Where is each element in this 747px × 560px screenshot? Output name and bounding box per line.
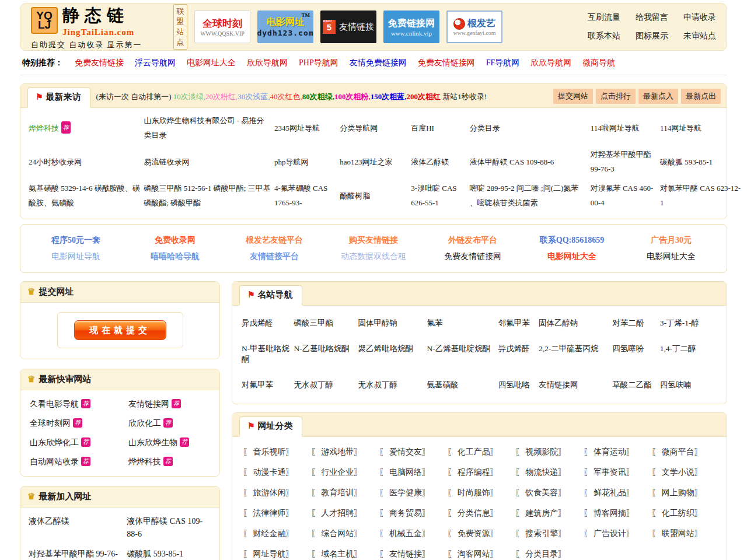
tab-latest-visitors[interactable]: ⚑最新来访 [27, 88, 90, 108]
category-link[interactable]: 〖 综合网站〗 [311, 528, 376, 539]
recommend-link[interactable]: 免费友情链接网 [418, 58, 475, 68]
visitor-link[interactable]: 液体甲醇镁 CAS 109-88-6 [470, 158, 554, 166]
category-link[interactable]: 〖 搜索引擎〗 [515, 528, 580, 539]
category-link[interactable]: 〖 饮食美容〗 [515, 488, 580, 498]
ad-link[interactable]: 友情链接平台 [225, 251, 324, 262]
site-link[interactable]: 自动网站收录 [30, 457, 79, 466]
category-link[interactable]: 〖 域名主机〗 [311, 549, 376, 559]
visitor-link[interactable]: 对溴氟苯 CAS 460-00-4 [591, 184, 654, 207]
site-link[interactable]: N-乙烯基吡啶烷酮 [427, 344, 496, 365]
category-link[interactable]: 〖 军事资讯〗 [584, 467, 648, 478]
site-link[interactable]: 碳酸胍 593-85-1 [127, 548, 211, 560]
visitor-link[interactable]: 对氯苯甲醚 CAS 623-12-1 [660, 184, 741, 207]
category-link[interactable]: 〖 程序编程〗 [447, 467, 512, 478]
category-link[interactable]: 〖 旅游休闲〗 [243, 488, 308, 498]
category-link[interactable]: 〖 商务贸易〗 [379, 508, 444, 519]
ad-link[interactable]: 程序50元一套 [26, 235, 125, 246]
ad-link[interactable]: 免费收录网 [125, 235, 225, 246]
site-link[interactable]: 固体乙醇钠 [539, 318, 610, 328]
ad-link[interactable]: 广告月30元 [622, 235, 721, 246]
header-nav-link[interactable]: 申请收录 [683, 12, 716, 23]
recommend-link[interactable]: PHP导航网 [299, 58, 338, 68]
visitor-link[interactable]: 对羟基苯甲酸甲酯 99-76-3 [591, 150, 651, 173]
site-link[interactable]: 对氟甲苯 [242, 380, 292, 390]
visitor-link[interactable]: 酚醛树脂 [340, 191, 370, 200]
site-link[interactable]: 友情链接网 [539, 380, 610, 390]
visitor-link[interactable]: php导航网 [274, 158, 309, 166]
tab-famous-sites[interactable]: ⚑名站导航 [239, 285, 302, 306]
site-link[interactable]: 山东欣烨化工 [30, 438, 79, 447]
visitor-link[interactable]: 114啦网址导航 [591, 124, 640, 132]
visitor-link[interactable]: 易流链收录网 [144, 158, 189, 166]
category-link[interactable]: 〖 教育培训〗 [311, 488, 376, 498]
recommend-link[interactable]: 欣欣导航网 [247, 58, 288, 68]
site-link[interactable]: 友情链接网 [128, 400, 169, 408]
ad-link[interactable]: 电影网址导航 [26, 251, 125, 262]
site-title[interactable]: 静态链 [62, 4, 134, 27]
site-link[interactable]: 欣欣化工 [128, 419, 161, 428]
category-link[interactable]: 〖 化工纺织〗 [651, 508, 716, 519]
banner-qqsk[interactable]: 全球时刻 WWW.QQSK.VIP [194, 10, 250, 43]
category-link[interactable]: 〖 人才招聘〗 [311, 508, 376, 519]
site-link[interactable]: 1,4-丁二醇 [660, 344, 734, 365]
category-link[interactable]: 〖 联盟网站〗 [651, 528, 716, 539]
visitor-link[interactable]: 4-氟苯硼酸 CAS 1765-93- [274, 184, 327, 207]
site-link[interactable]: 磷酸三甲酯 [294, 318, 356, 328]
category-link[interactable]: 〖 视频影院〗 [515, 447, 580, 457]
category-link[interactable]: 〖 时尚服饰〗 [447, 488, 512, 498]
category-link[interactable]: 〖 分类目录〗 [515, 549, 580, 559]
header-nav-link[interactable]: 未审站点 [683, 31, 716, 41]
header-nav-link[interactable]: 给我留言 [636, 12, 668, 23]
site-link[interactable]: 对羟基苯甲酸甲酯 99-76-3 [29, 548, 120, 560]
banner-youqing-link[interactable]: html5 友情链接 [320, 10, 376, 43]
category-link[interactable]: 〖 网址导航〗 [243, 549, 308, 559]
site-link[interactable]: 全球时刻网 [30, 419, 71, 428]
visitors-toolbar-button[interactable]: 最新点出 [681, 89, 721, 104]
category-link[interactable]: 〖 机械五金〗 [379, 528, 444, 539]
category-link[interactable]: 〖 财经金融〗 [243, 528, 308, 539]
site-link[interactable]: 无水叔丁醇 [294, 380, 356, 390]
site-link[interactable]: 草酸二乙酯 [612, 380, 657, 390]
category-link[interactable]: 〖 鲜花礼品〗 [584, 488, 648, 498]
category-link[interactable]: 〖 网上购物〗 [651, 488, 716, 498]
category-link[interactable]: 〖 文学小说〗 [651, 467, 716, 478]
visitor-link[interactable]: 百度HI [411, 124, 434, 132]
category-link[interactable]: 〖 医学健康〗 [379, 488, 444, 498]
submit-now-button[interactable]: 现在就提交 [74, 320, 166, 340]
visitors-toolbar-button[interactable]: 点击排行 [596, 89, 636, 104]
site-link[interactable]: 异戊烯醛 [498, 344, 536, 365]
site-link[interactable]: 烨烨科技 [128, 457, 161, 466]
header-nav-link[interactable]: 联系本站 [588, 31, 620, 41]
site-link[interactable]: 聚乙烯吡咯烷酮 [358, 344, 425, 365]
visitor-link[interactable]: 24小时秒收录网 [29, 158, 82, 166]
ad-link[interactable]: 购买友情链接 [324, 235, 423, 246]
recommend-link[interactable]: 友情免费链接网 [350, 58, 407, 68]
site-link[interactable]: 3-丁烯-1-醇 [660, 318, 734, 328]
category-link[interactable]: 〖 法律律师〗 [243, 508, 308, 519]
site-link[interactable]: 山东欣烨生物 [128, 438, 177, 447]
ad-link[interactable]: 嘻嘻哈哈导航 [125, 251, 225, 262]
visitors-toolbar-button[interactable]: 提交网站 [553, 89, 593, 104]
category-link[interactable]: 〖 动漫卡通〗 [243, 467, 308, 478]
category-link[interactable]: 〖 物流快递〗 [515, 467, 580, 478]
category-link[interactable]: 〖 淘客网站〗 [447, 549, 512, 559]
site-link[interactable]: 邻氟甲苯 [498, 318, 536, 328]
site-link[interactable]: 氨基磺酸 [427, 380, 496, 390]
site-link[interactable]: 氟苯 [427, 318, 496, 328]
visitor-link[interactable]: 分类导航网 [340, 124, 378, 132]
category-link[interactable]: 〖 博客网摘〗 [584, 508, 648, 519]
recommend-link[interactable]: FF导航网 [486, 58, 520, 68]
site-link[interactable]: 久看电影导航 [30, 400, 79, 408]
header-nav-link[interactable]: 图标展示 [636, 31, 668, 41]
ad-link[interactable]: 电影网址大全 [622, 251, 721, 262]
ad-link[interactable]: 电影网址大全 [522, 251, 622, 262]
ad-link[interactable]: 根发艺友链平台 [225, 235, 324, 246]
category-link[interactable]: 〖 分类信息〗 [447, 508, 512, 519]
visitor-link[interactable]: 液体乙醇镁 [411, 158, 449, 166]
category-link[interactable]: 〖 友情链接〗 [379, 549, 444, 559]
site-link[interactable]: 四氢噻吩 [612, 344, 657, 365]
site-link[interactable]: 液体乙醇镁 [29, 515, 120, 540]
site-domain[interactable]: JingTaiLian.com [62, 27, 134, 37]
site-logo-icon[interactable]: YQ LJ [31, 7, 58, 34]
visitors-toolbar-button[interactable]: 最新点入 [638, 89, 678, 104]
